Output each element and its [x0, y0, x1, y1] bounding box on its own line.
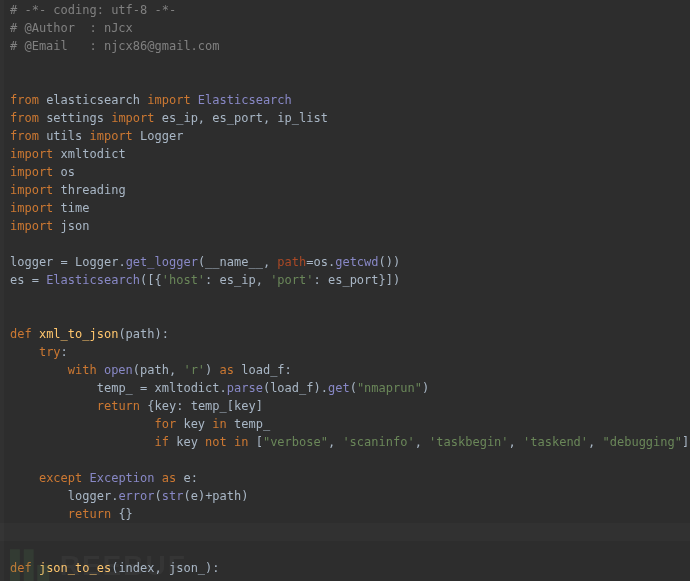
code-line[interactable]: except Exception as e: — [10, 469, 690, 487]
token-builtin: parse — [227, 381, 263, 395]
token-builtin: Elasticsearch — [198, 93, 292, 107]
code-line[interactable]: import time — [10, 199, 690, 217]
code-line[interactable]: with open(path, 'r') as load_f: — [10, 361, 690, 379]
token-keyword: def — [10, 561, 39, 575]
code-line[interactable]: from settings import es_ip, es_port, ip_… — [10, 109, 690, 127]
code-line[interactable]: try: — [10, 577, 690, 581]
code-line[interactable]: import xmltodict — [10, 145, 690, 163]
token-comment: # @Email : njcx86@gmail.com — [10, 39, 220, 53]
token-punct: ]} — [682, 435, 690, 449]
token-punct: : — [176, 399, 190, 413]
token-plain — [10, 381, 97, 395]
code-line[interactable]: def xml_to_json(path): — [10, 325, 690, 343]
token-builtin: Exception — [89, 471, 161, 485]
token-ident: json — [61, 219, 90, 233]
token-punct: = — [140, 381, 154, 395]
token-keyword: from — [10, 111, 46, 125]
token-punct: [ — [227, 399, 234, 413]
token-keyword: not in — [205, 435, 256, 449]
token-punct: ( — [155, 489, 162, 503]
code-line[interactable]: try: — [10, 343, 690, 361]
token-ident: logger — [10, 255, 61, 269]
code-line[interactable]: from utils import Logger — [10, 127, 690, 145]
code-line[interactable] — [10, 235, 690, 253]
code-line[interactable] — [10, 451, 690, 469]
code-line[interactable]: def json_to_es(index, json_): — [10, 559, 690, 577]
token-plain — [10, 417, 155, 431]
token-keyword: import — [89, 129, 140, 143]
token-keyword: return — [97, 399, 148, 413]
token-ident: es_port — [328, 273, 379, 287]
token-punct: (path): — [118, 327, 169, 341]
token-ident: es_ip — [162, 111, 198, 125]
token-ident: __name__ — [205, 255, 263, 269]
token-ident: os — [61, 165, 75, 179]
token-builtin: str — [162, 489, 184, 503]
token-punct: = — [61, 255, 75, 269]
token-keyword: with — [68, 363, 104, 377]
code-line[interactable]: for key in temp_ — [10, 415, 690, 433]
token-ident: e — [183, 471, 190, 485]
token-keyword: as — [220, 363, 242, 377]
code-line[interactable]: es = Elasticsearch([{'host': es_ip, 'por… — [10, 271, 690, 289]
code-editor[interactable]: # -*- coding: utf-8 -*-# @Author : nJcx#… — [0, 0, 690, 581]
code-line[interactable]: return {key: temp_[key] — [10, 397, 690, 415]
code-line[interactable] — [10, 541, 690, 559]
gutter — [0, 0, 4, 581]
token-punct: : — [314, 273, 328, 287]
token-punct: (path, — [133, 363, 184, 377]
token-kwarg: path — [277, 255, 306, 269]
token-plain — [10, 363, 68, 377]
token-punct: . — [220, 381, 227, 395]
token-ident: os — [314, 255, 328, 269]
token-punct: , — [256, 273, 270, 287]
token-plain — [10, 471, 39, 485]
token-ident: e — [191, 489, 198, 503]
token-keyword: import — [10, 147, 61, 161]
token-punct: : — [205, 273, 219, 287]
code-line[interactable]: import threading — [10, 181, 690, 199]
code-line[interactable]: # -*- coding: utf-8 -*- — [10, 1, 690, 19]
token-keyword: return — [68, 507, 119, 521]
code-line[interactable]: if key not in ["verbose", 'scaninfo', 't… — [10, 433, 690, 451]
code-line[interactable] — [10, 73, 690, 91]
token-punct: ] — [256, 399, 263, 413]
token-keyword: import — [147, 93, 198, 107]
token-punct: . — [118, 255, 125, 269]
token-ident: threading — [61, 183, 126, 197]
code-line[interactable]: logger.error(str(e)+path) — [10, 487, 690, 505]
code-line[interactable] — [10, 307, 690, 325]
token-ident: temp_ — [234, 417, 270, 431]
code-line[interactable] — [10, 289, 690, 307]
code-line[interactable]: temp_ = xmltodict.parse(load_f).get("nma… — [10, 379, 690, 397]
token-string: 'host' — [162, 273, 205, 287]
token-punct: ([{ — [140, 273, 162, 287]
code-line[interactable]: from elasticsearch import Elasticsearch — [10, 91, 690, 109]
token-ident: es_ip — [220, 273, 256, 287]
token-ident: ip_list — [277, 111, 328, 125]
token-comment: # @Author : nJcx — [10, 21, 133, 35]
token-keyword: import — [111, 111, 162, 125]
token-punct: }]) — [379, 273, 401, 287]
code-line[interactable]: # @Author : nJcx — [10, 19, 690, 37]
code-line[interactable] — [10, 55, 690, 73]
token-keyword: if — [155, 435, 177, 449]
code-line[interactable]: # @Email : njcx86@gmail.com — [10, 37, 690, 55]
token-builtin: open — [104, 363, 133, 377]
token-def: xml_to_json — [39, 327, 118, 341]
token-string: "debugging" — [603, 435, 682, 449]
code-line[interactable]: logger = Logger.get_logger(__name__, pat… — [10, 253, 690, 271]
token-ident: temp_ — [191, 399, 227, 413]
code-line[interactable]: import json — [10, 217, 690, 235]
code-line[interactable]: import os — [10, 163, 690, 181]
token-punct: : — [191, 471, 198, 485]
code-line[interactable]: return {} — [10, 505, 690, 523]
token-keyword: import — [10, 201, 61, 215]
token-punct: ). — [314, 381, 328, 395]
token-punct: , — [198, 111, 212, 125]
token-punct: , — [588, 435, 602, 449]
token-string: 'taskend' — [523, 435, 588, 449]
token-builtin: get — [328, 381, 350, 395]
token-punct: ()) — [379, 255, 401, 269]
token-keyword: def — [10, 327, 39, 341]
